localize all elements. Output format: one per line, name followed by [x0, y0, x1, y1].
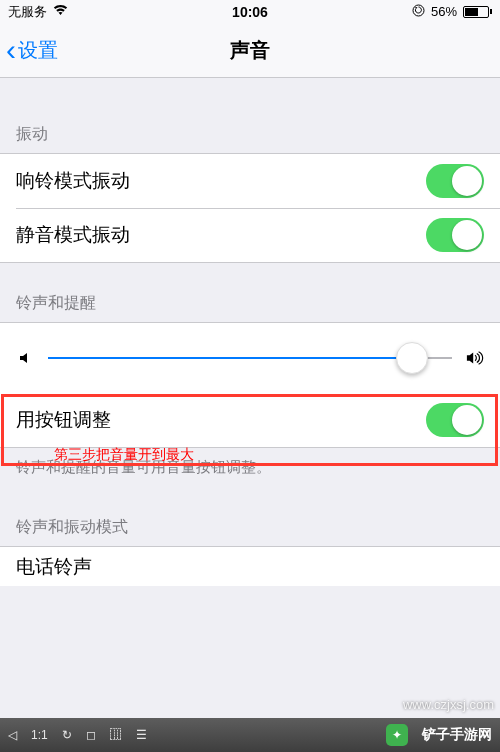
label-phone-ringtone: 电话铃声 [16, 554, 92, 580]
battery-percent: 56% [431, 4, 457, 19]
section-header-ringtone: 铃声和提醒 [0, 263, 500, 322]
tb-rotate-icon[interactable]: ↻ [62, 728, 72, 742]
speaker-low-icon [16, 349, 34, 367]
back-button[interactable]: ‹ 设置 [0, 35, 58, 65]
viewer-toolbar: ◁ 1:1 ↻ ◻ ⿲ ☰ ✦ 铲子手游网 [0, 718, 500, 752]
screen: 无服务 10:06 56% ‹ 设置 声音 振动 响铃模式振动 [0, 0, 500, 752]
svg-point-0 [413, 5, 424, 16]
tb-prev-icon[interactable]: ◁ [8, 728, 17, 742]
nav-bar: ‹ 设置 声音 [0, 23, 500, 78]
tb-split-icon[interactable]: ⿲ [110, 728, 122, 742]
page-title: 声音 [230, 37, 270, 64]
section-header-pattern: 铃声和振动模式 [0, 477, 500, 546]
tb-ratio[interactable]: 1:1 [31, 728, 48, 742]
tb-logo-text: 铲子手游网 [422, 726, 492, 744]
label-ring-vibrate: 响铃模式振动 [16, 168, 130, 194]
group-vibration: 响铃模式振动 静音模式振动 [0, 153, 500, 263]
tb-settings-icon[interactable]: ☰ [136, 728, 147, 742]
volume-slider[interactable] [48, 357, 452, 359]
switch-ring-vibrate[interactable] [426, 164, 484, 198]
row-phone-ringtone[interactable]: 电话铃声 [0, 546, 500, 586]
status-bar: 无服务 10:06 56% [0, 0, 500, 23]
battery-icon [463, 6, 492, 18]
status-time: 10:06 [232, 4, 268, 20]
rotation-lock-icon [412, 4, 425, 20]
speaker-high-icon [466, 349, 484, 367]
label-change-with-buttons: 用按钮调整 [16, 407, 111, 433]
wifi-icon [53, 4, 68, 19]
row-change-with-buttons: 用按钮调整 [0, 393, 500, 447]
group-ringtone: 用按钮调整 [0, 322, 500, 448]
tb-logo-icon: ✦ [386, 724, 408, 746]
chevron-left-icon: ‹ [6, 35, 16, 65]
annotation-step3: 第三步把音量开到最大 [54, 446, 194, 464]
row-silent-vibrate: 静音模式振动 [0, 208, 500, 262]
back-label: 设置 [18, 37, 58, 64]
label-silent-vibrate: 静音模式振动 [16, 222, 130, 248]
switch-silent-vibrate[interactable] [426, 218, 484, 252]
row-volume-slider [0, 323, 500, 393]
tb-window-icon[interactable]: ◻ [86, 728, 96, 742]
switch-change-with-buttons[interactable] [426, 403, 484, 437]
watermark: www.czjxsj.com [403, 697, 494, 712]
slider-knob[interactable] [396, 342, 428, 374]
section-header-vibration: 振动 [0, 78, 500, 153]
carrier-text: 无服务 [8, 3, 47, 21]
row-ring-vibrate: 响铃模式振动 [0, 154, 500, 208]
